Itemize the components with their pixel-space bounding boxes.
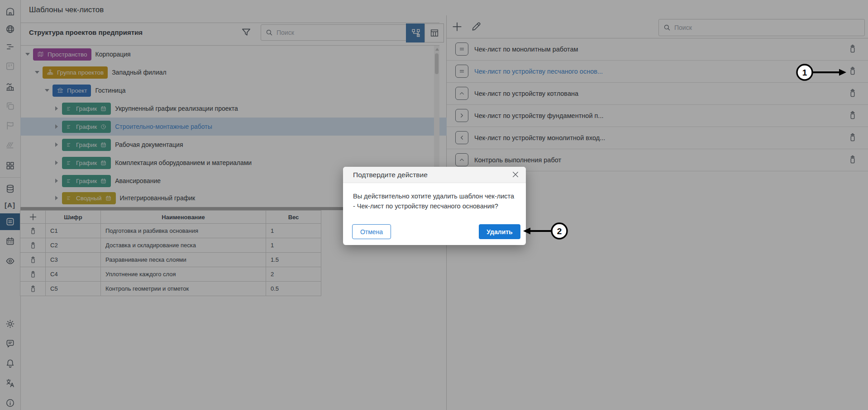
dialog-header: Подтвердите действие <box>343 167 526 183</box>
dialog-message-line1: Вы действительно хотите удалить шаблон ч… <box>353 193 514 200</box>
app-screen: [A] Шаблоны чек-листов Структура проекто… <box>0 0 868 410</box>
close-icon[interactable] <box>511 170 520 179</box>
cancel-button[interactable]: Отмена <box>352 224 391 239</box>
dialog-message-line2: - Чек-лист по устройству песчаного основ… <box>353 203 498 210</box>
confirm-dialog: Подтвердите действие Вы действительно хо… <box>343 167 526 245</box>
dialog-title: Подтвердите действие <box>353 171 428 179</box>
delete-confirm-button[interactable]: Удалить <box>479 224 520 239</box>
